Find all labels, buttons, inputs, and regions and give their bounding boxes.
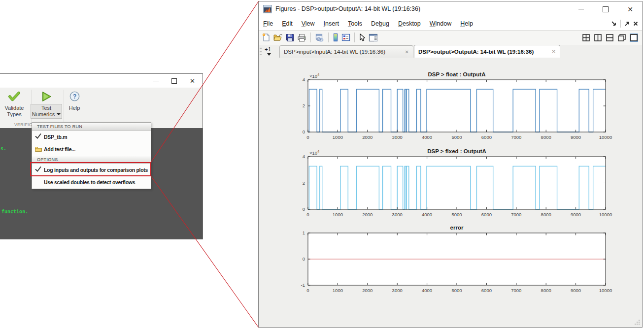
y-tick-label: 2 [291,180,305,186]
tab-dsp-output[interactable]: DSP>output>OutputA: 14-bit WL (19:16:36)… [414,45,560,58]
edit-plot-arrow-icon[interactable] [359,33,366,42]
close-icon[interactable]: ✕ [627,6,633,13]
plot-axes [307,156,606,210]
x-tick-label: 9000 [564,288,588,293]
test-numerics-button[interactable]: Test Numerics [32,91,61,119]
plot-browser-icon[interactable] [369,33,378,42]
x-tick-label: 1000 [325,288,350,293]
x-tick-label: 0 [296,288,320,293]
tile-grid-icon[interactable] [582,34,590,41]
x-tick-label: 6000 [474,134,499,140]
help-label: Help [69,105,80,111]
undock-arrow-icon[interactable] [624,21,630,26]
verification-section-label: VERIFIC [14,122,32,127]
single-window-icon[interactable] [630,34,638,41]
x-tick-label: 2000 [355,288,380,293]
y-tick-label: 0 [291,256,305,262]
tab-close-icon[interactable]: ✕ [552,49,556,54]
help-question-icon: ? [69,91,80,101]
legend-icon[interactable] [341,33,350,41]
new-figure-tab-button[interactable]: +1 [265,46,271,52]
menu-tools[interactable]: Tools [343,20,367,27]
menu-view[interactable]: View [297,20,319,27]
code-fragment: s. [0,146,6,151]
x-tick-label: 3000 [385,288,409,293]
menu-file[interactable]: File [259,20,277,27]
left-window-titlebar: ✕ [0,74,203,88]
link-plot-icon[interactable] [315,33,324,42]
x-tick-label: 6000 [474,288,499,293]
figure-canvas: DSP > float : OutputA×104010002000300040… [259,58,642,321]
menu-help[interactable]: Help [456,20,477,27]
menu-item-add-test-file[interactable]: Add test file... [32,143,151,156]
x-tick-label: 1000 [325,134,350,140]
x-tick-label: 1000 [325,212,350,217]
minimize-icon[interactable] [153,81,159,81]
x-tick-label: 7000 [504,288,529,293]
tab-close-icon[interactable]: ✕ [405,49,409,55]
y-axis-exponent-label: ×104 [309,150,319,156]
close-document-icon[interactable] [633,21,638,26]
x-tick-label: 0 [296,134,320,140]
menu-section-header: TEST FILES TO RUN [32,123,151,131]
plot-title: DSP > fixed : OutputA [308,148,606,154]
menu-window[interactable]: Window [425,20,456,27]
print-figure-icon[interactable] [297,33,306,42]
save-figure-icon[interactable] [286,33,294,42]
tile-rows-icon[interactable] [606,34,613,41]
figures-menubar: FileEditViewInsertToolsDebugDesktopWindo… [259,17,642,31]
close-icon[interactable]: ✕ [190,78,195,84]
open-file-icon[interactable] [273,33,283,41]
menu-debug[interactable]: Debug [367,20,394,27]
x-tick-label: 9000 [564,134,588,140]
green-check-icon [8,91,20,102]
figures-toolbar [259,31,642,45]
menu-desktop[interactable]: Desktop [394,20,425,27]
menu-edit[interactable]: Edit [277,20,297,27]
x-tick-label: 7000 [504,134,529,140]
y-tick-label: 1 [291,230,305,235]
maximize-icon[interactable] [603,6,609,12]
x-tick-label: 6000 [474,212,499,217]
plot-axes [307,79,606,132]
toolstrip: Validate Types Test Numerics [0,88,203,128]
colorbar-icon[interactable] [333,33,339,42]
validate-types-button[interactable]: Validate Types [3,91,25,117]
x-tick-label: 3000 [385,134,409,140]
minimize-icon[interactable] [578,9,584,9]
menu-item-use-scaled-doubles[interactable]: Use scaled doubles to detect overflows [32,176,151,189]
dropdown-arrow-icon [57,113,61,115]
x-tick-label: 2000 [355,134,380,140]
maximize-icon[interactable] [171,78,177,84]
code-fragment: function. [1,209,28,214]
x-tick-label: 9000 [564,212,588,217]
menu-item-dsp-tb[interactable]: DSP_tb.m [32,131,151,143]
tab-dsp-input[interactable]: DSP>input>InputA: 14-bit WL (19:16:36) ✕ [279,45,413,58]
figures-titlebar: Figures - DSP>output>OutputA: 14-bit WL … [259,1,642,17]
tile-columns-icon[interactable] [594,34,602,41]
x-tick-label: 2000 [355,212,380,217]
plot-title: DSP > float : OutputA [308,71,606,77]
x-tick-label: 10000 [593,134,618,140]
y-axis-exponent-label: ×104 [309,73,319,79]
dock-arrow-icon[interactable] [611,21,617,26]
x-tick-label: 8000 [534,134,558,140]
x-tick-label: 8000 [534,212,558,217]
tabbar-grip[interactable] [260,47,262,55]
svg-text:?: ? [72,93,76,100]
x-tick-label: 0 [296,212,320,217]
matlab-logo-icon [263,5,272,13]
validate-types-label-2: Types [7,111,21,117]
x-tick-label: 10000 [593,288,618,293]
figures-tabbar: +1 DSP>input>InputA: 14-bit WL (19:16:36… [259,45,642,58]
help-button[interactable]: ? Help [66,91,83,111]
new-figure-icon[interactable] [262,33,271,42]
x-tick-label: 5000 [444,288,469,293]
menu-insert[interactable]: Insert [319,20,343,27]
cascade-windows-icon[interactable] [618,34,626,41]
new-figure-tab-arrow-icon[interactable] [267,53,271,56]
test-numerics-label-2: Numerics [32,111,55,117]
x-tick-label: 3000 [385,212,409,217]
x-tick-label: 4000 [415,212,440,217]
resize-grip-icon[interactable] [634,319,640,325]
